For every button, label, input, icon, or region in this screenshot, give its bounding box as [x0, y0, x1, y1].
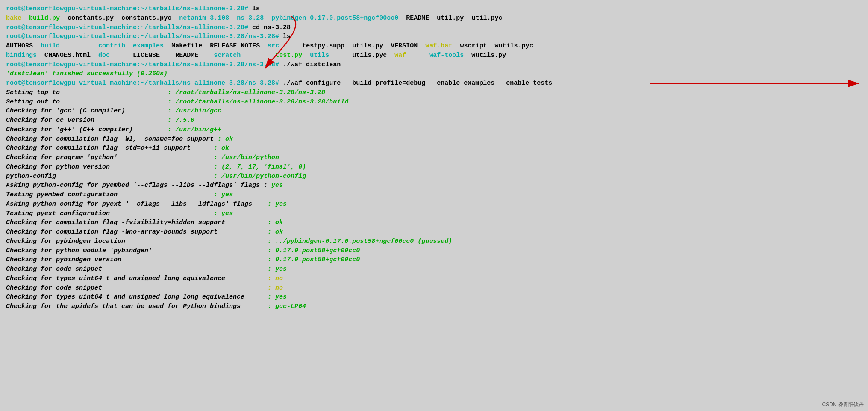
out-val-33: : gcc-LP64: [268, 303, 306, 310]
out-val-30: : no: [268, 275, 283, 282]
out-val-23: : yes: [214, 210, 233, 217]
file-waf: waf: [394, 52, 406, 59]
file-build: build: [41, 42, 60, 50]
file-constants-pyc: constants.pyc: [121, 15, 171, 22]
line-18: Checking for python version : (2, 7, 17,…: [6, 163, 862, 172]
out-val-21: : yes: [214, 191, 233, 198]
prompt-1: root@tensorflowgpu-virtual-machine:~/tar…: [6, 5, 252, 12]
out-label-32: Checking for types uint64_t and unsigned…: [6, 293, 268, 301]
out-label-24: Checking for compilation flag -fvisibili…: [6, 219, 268, 226]
out-label-15: Checking for compilation flag -Wl,--sona…: [6, 136, 218, 143]
out-label-20: Asking python-config for pyembed '--cfla…: [6, 182, 271, 189]
file-bake: bake: [6, 15, 21, 22]
line-6: bindings CHANGES.html doc LICENSE README…: [6, 51, 862, 60]
line-8: 'distclean' finished successfully (0.260…: [6, 69, 862, 79]
file-utils-pyc2: utils.pyc: [352, 52, 387, 59]
out-val-25: : ok: [268, 228, 283, 236]
out-label-12: Checking for 'gcc' (C compiler): [6, 107, 168, 115]
out-label-31: Checking for code snippet: [6, 284, 268, 292]
out-label-27: Checking for python module 'pybindgen': [6, 247, 268, 254]
out-label-18: Checking for python version: [6, 163, 214, 171]
file-examples: examples: [133, 42, 164, 50]
out-label-10: Setting top to: [6, 89, 168, 96]
file-bindings: bindings: [6, 52, 37, 59]
line-19: python-config : /usr/bin/python-config: [6, 172, 862, 181]
file-util-py: util.py: [437, 15, 464, 22]
file-src: src: [268, 42, 279, 50]
line-29: Checking for code snippet : yes: [6, 265, 862, 274]
file-constants-py: constants.py: [68, 15, 114, 22]
out-label-14: Checking for 'g++' (C++ compiler): [6, 126, 168, 133]
line-10: Setting top to : /root/tarballs/ns-allin…: [6, 88, 862, 98]
line-20: Asking python-config for pyembed '--cfla…: [6, 181, 862, 190]
file-authors: AUTHORS: [6, 42, 33, 50]
file-readme: README: [406, 15, 429, 22]
line-15: Checking for compilation flag -Wl,--sona…: [6, 135, 862, 144]
out-val-16: : ok: [214, 145, 229, 152]
cmd-4: ls: [283, 33, 291, 40]
line-30: Checking for types uint64_t and unsigned…: [6, 274, 862, 284]
out-label-28: Checking for pybindgen version: [6, 256, 268, 263]
out-val-15: : ok: [218, 136, 233, 143]
file-util-pyc: util.pyc: [471, 15, 502, 22]
file-pybindgen: pybindgen-0.17.0.post58+ngcf00cc0: [271, 15, 398, 22]
line-5: AUTHORS build contrib examples Makefile …: [6, 41, 862, 51]
out-val-26: : ../pybindgen-0.17.0.post58+ngcf00cc0 (…: [268, 238, 452, 245]
line-13: Checking for cc version : 7.5.0: [6, 116, 862, 125]
line-7: root@tensorflowgpu-virtual-machine:~/tar…: [6, 60, 862, 70]
file-testpy: test.py: [275, 52, 302, 59]
cmd-1: ls: [252, 5, 260, 12]
out-label-21: Testing pyembed configuration: [6, 191, 214, 198]
file-license: LICENSE: [133, 52, 160, 59]
out-label-23: Testing pyext configuration: [6, 210, 214, 217]
out-val-10: : /root/tarballs/ns-allinone-3.28/ns-3.2…: [168, 89, 325, 96]
out-label-17: Checking for program 'python': [6, 154, 214, 161]
file-release-notes: RELEASE_NOTES: [210, 42, 260, 50]
prompt-4: root@tensorflowgpu-virtual-machine:~/tar…: [6, 33, 283, 40]
line-21: Testing pyembed configuration : yes: [6, 190, 862, 200]
file-utils-py: utils.py: [352, 42, 383, 50]
prompt-3: root@tensorflowgpu-virtual-machine:~/tar…: [6, 24, 252, 31]
out-label-26: Checking for pybindgen location: [6, 238, 268, 245]
out-val-11: : /root/tarballs/ns-allinone-3.28/ns-3.2…: [168, 98, 348, 106]
out-label-13: Checking for cc version: [6, 117, 168, 124]
out-val-27: : 0.17.0.post58+gcf00cc0: [268, 247, 360, 254]
out-label-16: Checking for compilation flag -std=c++11…: [6, 145, 214, 152]
file-version: VERSION: [391, 42, 418, 50]
file-wutils-py: wutils.py: [471, 52, 506, 59]
cmd-9: ./waf configure --build-profile=debug --…: [283, 80, 552, 87]
terminal: root@tensorflowgpu-virtual-machine:~/tar…: [6, 4, 862, 311]
out-val-24: : ok: [268, 219, 283, 226]
line-23: Testing pyext configuration : yes: [6, 209, 862, 219]
out-label-11: Setting out to: [6, 98, 168, 106]
line-9: root@tensorflowgpu-virtual-machine:~/tar…: [6, 79, 862, 88]
out-val-28: : 0.17.0.post58+gcf00cc0: [268, 256, 360, 263]
file-doc: doc: [98, 52, 110, 59]
file-utils: utils: [310, 52, 329, 59]
line-12: Checking for 'gcc' (C compiler) : /usr/b…: [6, 106, 862, 116]
line-31: Checking for code snippet : no: [6, 284, 862, 293]
line-25: Checking for compilation flag -Wno-array…: [6, 228, 862, 237]
line-17: Checking for program 'python' : /usr/bin…: [6, 153, 862, 163]
out-val-13: : 7.5.0: [168, 117, 194, 124]
file-buildpy: build.py: [29, 15, 60, 22]
out-val-17: : /usr/bin/python: [214, 154, 279, 161]
line-14: Checking for 'g++' (C++ compiler) : /usr…: [6, 125, 862, 135]
file-contrib: contrib: [98, 42, 125, 50]
line-33: Checking for the apidefs that can be use…: [6, 302, 862, 311]
out-val-22: : yes: [268, 201, 287, 208]
file-wutils-pyc-1: wutils.pyc: [494, 42, 533, 50]
out-label-19: python-config: [6, 173, 214, 180]
line-32: Checking for types uint64_t and unsigned…: [6, 293, 862, 302]
line-22: Asking python-config for pyext '--cflags…: [6, 200, 862, 209]
file-waf-tools: waf-tools: [429, 52, 464, 59]
line-11: Setting out to : /root/tarballs/ns-allin…: [6, 98, 862, 107]
out-val-31: : no: [268, 284, 283, 292]
out-val-14: : /usr/bin/g++: [168, 126, 221, 133]
file-wscript: wscript: [460, 42, 487, 50]
cmd-3: cd ns-3.28: [252, 24, 291, 31]
file-testpy-supp: testpy.supp: [302, 42, 344, 50]
cmd-7: ./waf distclean: [283, 61, 341, 68]
line-16: Checking for compilation flag -std=c++11…: [6, 144, 862, 153]
file-changes-html: CHANGES.html: [44, 52, 91, 59]
